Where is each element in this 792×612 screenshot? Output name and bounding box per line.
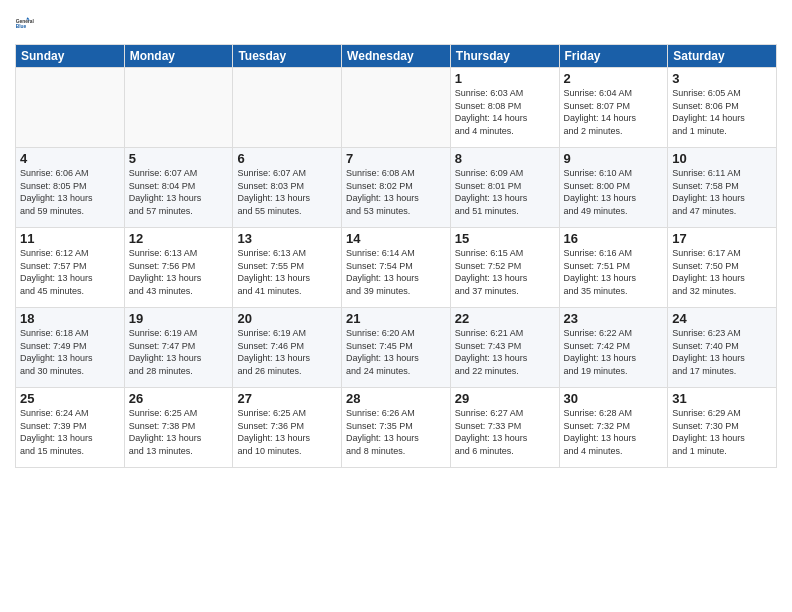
calendar-day-cell <box>342 68 451 148</box>
day-of-week-header: Tuesday <box>233 45 342 68</box>
day-info: Sunrise: 6:26 AM Sunset: 7:35 PM Dayligh… <box>346 407 446 457</box>
calendar-day-cell: 20Sunrise: 6:19 AM Sunset: 7:46 PM Dayli… <box>233 308 342 388</box>
day-number: 25 <box>20 391 120 406</box>
day-info: Sunrise: 6:18 AM Sunset: 7:49 PM Dayligh… <box>20 327 120 377</box>
calendar-day-cell: 2Sunrise: 6:04 AM Sunset: 8:07 PM Daylig… <box>559 68 668 148</box>
calendar-table: SundayMondayTuesdayWednesdayThursdayFrid… <box>15 44 777 468</box>
calendar-day-cell: 29Sunrise: 6:27 AM Sunset: 7:33 PM Dayli… <box>450 388 559 468</box>
day-info: Sunrise: 6:27 AM Sunset: 7:33 PM Dayligh… <box>455 407 555 457</box>
day-number: 31 <box>672 391 772 406</box>
calendar-day-cell: 13Sunrise: 6:13 AM Sunset: 7:55 PM Dayli… <box>233 228 342 308</box>
day-of-week-header: Thursday <box>450 45 559 68</box>
day-number: 1 <box>455 71 555 86</box>
day-number: 18 <box>20 311 120 326</box>
day-of-week-header: Friday <box>559 45 668 68</box>
day-number: 3 <box>672 71 772 86</box>
day-number: 21 <box>346 311 446 326</box>
day-info: Sunrise: 6:20 AM Sunset: 7:45 PM Dayligh… <box>346 327 446 377</box>
day-number: 14 <box>346 231 446 246</box>
day-info: Sunrise: 6:25 AM Sunset: 7:38 PM Dayligh… <box>129 407 229 457</box>
day-info: Sunrise: 6:16 AM Sunset: 7:51 PM Dayligh… <box>564 247 664 297</box>
calendar-day-cell: 11Sunrise: 6:12 AM Sunset: 7:57 PM Dayli… <box>16 228 125 308</box>
calendar-day-cell: 4Sunrise: 6:06 AM Sunset: 8:05 PM Daylig… <box>16 148 125 228</box>
day-info: Sunrise: 6:04 AM Sunset: 8:07 PM Dayligh… <box>564 87 664 137</box>
calendar-day-cell: 16Sunrise: 6:16 AM Sunset: 7:51 PM Dayli… <box>559 228 668 308</box>
day-number: 11 <box>20 231 120 246</box>
calendar-day-cell <box>16 68 125 148</box>
logo-icon: General Blue <box>15 10 43 38</box>
calendar-day-cell: 1Sunrise: 6:03 AM Sunset: 8:08 PM Daylig… <box>450 68 559 148</box>
day-number: 12 <box>129 231 229 246</box>
day-info: Sunrise: 6:07 AM Sunset: 8:03 PM Dayligh… <box>237 167 337 217</box>
calendar-header-row: SundayMondayTuesdayWednesdayThursdayFrid… <box>16 45 777 68</box>
day-info: Sunrise: 6:11 AM Sunset: 7:58 PM Dayligh… <box>672 167 772 217</box>
day-number: 7 <box>346 151 446 166</box>
day-info: Sunrise: 6:15 AM Sunset: 7:52 PM Dayligh… <box>455 247 555 297</box>
day-info: Sunrise: 6:13 AM Sunset: 7:55 PM Dayligh… <box>237 247 337 297</box>
day-info: Sunrise: 6:25 AM Sunset: 7:36 PM Dayligh… <box>237 407 337 457</box>
day-number: 4 <box>20 151 120 166</box>
day-info: Sunrise: 6:13 AM Sunset: 7:56 PM Dayligh… <box>129 247 229 297</box>
day-info: Sunrise: 6:10 AM Sunset: 8:00 PM Dayligh… <box>564 167 664 217</box>
calendar-day-cell: 28Sunrise: 6:26 AM Sunset: 7:35 PM Dayli… <box>342 388 451 468</box>
day-number: 26 <box>129 391 229 406</box>
day-number: 19 <box>129 311 229 326</box>
calendar-day-cell: 5Sunrise: 6:07 AM Sunset: 8:04 PM Daylig… <box>124 148 233 228</box>
day-info: Sunrise: 6:22 AM Sunset: 7:42 PM Dayligh… <box>564 327 664 377</box>
day-info: Sunrise: 6:09 AM Sunset: 8:01 PM Dayligh… <box>455 167 555 217</box>
day-number: 29 <box>455 391 555 406</box>
day-number: 9 <box>564 151 664 166</box>
day-info: Sunrise: 6:19 AM Sunset: 7:46 PM Dayligh… <box>237 327 337 377</box>
calendar-week-row: 11Sunrise: 6:12 AM Sunset: 7:57 PM Dayli… <box>16 228 777 308</box>
day-number: 10 <box>672 151 772 166</box>
day-number: 17 <box>672 231 772 246</box>
calendar-day-cell: 12Sunrise: 6:13 AM Sunset: 7:56 PM Dayli… <box>124 228 233 308</box>
svg-text:Blue: Blue <box>16 24 27 29</box>
svg-text:General: General <box>16 19 34 24</box>
day-number: 6 <box>237 151 337 166</box>
calendar-week-row: 4Sunrise: 6:06 AM Sunset: 8:05 PM Daylig… <box>16 148 777 228</box>
day-number: 27 <box>237 391 337 406</box>
day-number: 28 <box>346 391 446 406</box>
day-info: Sunrise: 6:21 AM Sunset: 7:43 PM Dayligh… <box>455 327 555 377</box>
day-info: Sunrise: 6:14 AM Sunset: 7:54 PM Dayligh… <box>346 247 446 297</box>
calendar-day-cell: 21Sunrise: 6:20 AM Sunset: 7:45 PM Dayli… <box>342 308 451 388</box>
day-number: 2 <box>564 71 664 86</box>
day-number: 16 <box>564 231 664 246</box>
calendar-week-row: 1Sunrise: 6:03 AM Sunset: 8:08 PM Daylig… <box>16 68 777 148</box>
day-number: 20 <box>237 311 337 326</box>
calendar-week-row: 18Sunrise: 6:18 AM Sunset: 7:49 PM Dayli… <box>16 308 777 388</box>
day-info: Sunrise: 6:03 AM Sunset: 8:08 PM Dayligh… <box>455 87 555 137</box>
day-info: Sunrise: 6:17 AM Sunset: 7:50 PM Dayligh… <box>672 247 772 297</box>
day-info: Sunrise: 6:29 AM Sunset: 7:30 PM Dayligh… <box>672 407 772 457</box>
page-header: General Blue <box>15 10 777 38</box>
calendar-day-cell <box>233 68 342 148</box>
day-of-week-header: Saturday <box>668 45 777 68</box>
day-info: Sunrise: 6:28 AM Sunset: 7:32 PM Dayligh… <box>564 407 664 457</box>
day-of-week-header: Sunday <box>16 45 125 68</box>
logo: General Blue <box>15 10 45 38</box>
day-number: 13 <box>237 231 337 246</box>
calendar-day-cell: 7Sunrise: 6:08 AM Sunset: 8:02 PM Daylig… <box>342 148 451 228</box>
calendar-day-cell: 3Sunrise: 6:05 AM Sunset: 8:06 PM Daylig… <box>668 68 777 148</box>
calendar-day-cell: 17Sunrise: 6:17 AM Sunset: 7:50 PM Dayli… <box>668 228 777 308</box>
day-number: 15 <box>455 231 555 246</box>
day-info: Sunrise: 6:07 AM Sunset: 8:04 PM Dayligh… <box>129 167 229 217</box>
day-number: 8 <box>455 151 555 166</box>
calendar-day-cell: 31Sunrise: 6:29 AM Sunset: 7:30 PM Dayli… <box>668 388 777 468</box>
day-info: Sunrise: 6:05 AM Sunset: 8:06 PM Dayligh… <box>672 87 772 137</box>
calendar-day-cell: 22Sunrise: 6:21 AM Sunset: 7:43 PM Dayli… <box>450 308 559 388</box>
calendar-day-cell: 6Sunrise: 6:07 AM Sunset: 8:03 PM Daylig… <box>233 148 342 228</box>
day-info: Sunrise: 6:23 AM Sunset: 7:40 PM Dayligh… <box>672 327 772 377</box>
day-info: Sunrise: 6:24 AM Sunset: 7:39 PM Dayligh… <box>20 407 120 457</box>
calendar-day-cell: 10Sunrise: 6:11 AM Sunset: 7:58 PM Dayli… <box>668 148 777 228</box>
calendar-day-cell: 15Sunrise: 6:15 AM Sunset: 7:52 PM Dayli… <box>450 228 559 308</box>
day-info: Sunrise: 6:19 AM Sunset: 7:47 PM Dayligh… <box>129 327 229 377</box>
day-number: 5 <box>129 151 229 166</box>
calendar-day-cell: 8Sunrise: 6:09 AM Sunset: 8:01 PM Daylig… <box>450 148 559 228</box>
calendar-day-cell: 25Sunrise: 6:24 AM Sunset: 7:39 PM Dayli… <box>16 388 125 468</box>
calendar-day-cell: 14Sunrise: 6:14 AM Sunset: 7:54 PM Dayli… <box>342 228 451 308</box>
day-number: 30 <box>564 391 664 406</box>
calendar-day-cell: 23Sunrise: 6:22 AM Sunset: 7:42 PM Dayli… <box>559 308 668 388</box>
day-info: Sunrise: 6:08 AM Sunset: 8:02 PM Dayligh… <box>346 167 446 217</box>
